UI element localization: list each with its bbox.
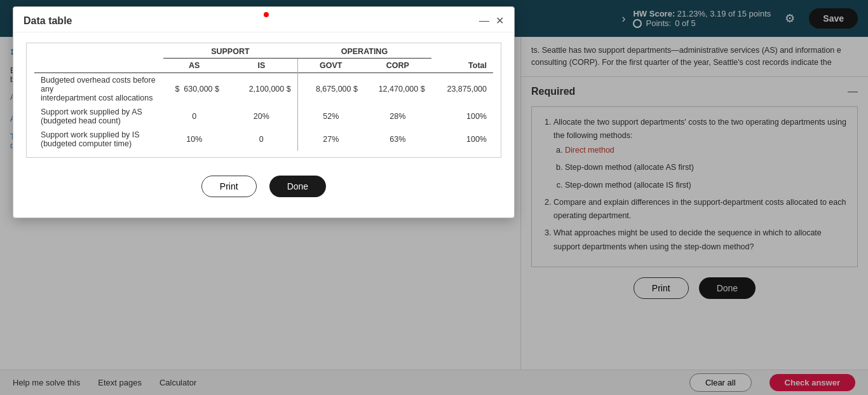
govt-col-header: GOVT — [297, 59, 364, 73]
support-section-header: SUPPORT — [163, 45, 298, 59]
as-govt: 52% — [297, 105, 364, 128]
total-blank — [431, 45, 493, 59]
overhead-govt: 8,675,000 $ — [297, 73, 364, 106]
as-as: 0 — [163, 105, 226, 128]
modal-minimize-button[interactable]: — — [479, 15, 489, 27]
overhead-row-label: Budgeted overhead costs before anyinterd… — [34, 73, 163, 106]
label-col-header — [34, 59, 163, 73]
data-row-overhead: Budgeted overhead costs before anyinterd… — [34, 73, 493, 106]
overhead-corp: 12,470,000 $ — [364, 73, 431, 106]
data-row-is: Support work supplied by IS(budgeted com… — [34, 128, 493, 151]
is-col-header: IS — [226, 59, 297, 73]
operating-section-header: OPERATING — [297, 45, 431, 59]
data-row-as: Support work supplied by AS(budgeted hea… — [34, 105, 493, 128]
data-table-modal: Data table — ✕ SUPPORT OPERATING — [13, 6, 515, 218]
is-as: 10% — [163, 128, 226, 151]
overhead-as: $ 630,000 $ — [163, 73, 226, 106]
overhead-is: 2,100,000 $ — [226, 73, 297, 106]
as-total: 100% — [431, 105, 493, 128]
modal-footer: Print Done — [26, 168, 501, 207]
modal-overlay: Data table — ✕ SUPPORT OPERATING — [0, 0, 868, 395]
modal-body: SUPPORT OPERATING AS IS GOVT CORP Total — [13, 32, 514, 218]
corp-col-header: CORP — [364, 59, 431, 73]
modal-done-button[interactable]: Done — [269, 176, 326, 197]
total-col-header: Total — [431, 59, 493, 73]
modal-close-button[interactable]: ✕ — [496, 15, 504, 27]
col-header-row: AS IS GOVT CORP Total — [34, 59, 493, 73]
blank-header — [34, 45, 163, 59]
data-table-box: SUPPORT OPERATING AS IS GOVT CORP Total — [26, 43, 501, 158]
modal-title: Data table — [24, 15, 72, 27]
is-govt: 27% — [297, 128, 364, 151]
is-is: 0 — [226, 128, 297, 151]
overhead-total: 23,875,000 — [431, 73, 493, 106]
is-total: 100% — [431, 128, 493, 151]
is-row-label: Support work supplied by IS(budgeted com… — [34, 128, 163, 151]
data-table-main: SUPPORT OPERATING AS IS GOVT CORP Total — [34, 45, 493, 151]
modal-controls: — ✕ — [479, 15, 504, 27]
section-header-row: SUPPORT OPERATING — [34, 45, 493, 59]
is-corp: 63% — [364, 128, 431, 151]
as-col-header: AS — [163, 59, 226, 73]
modal-header: Data table — ✕ — [13, 7, 514, 32]
modal-print-button[interactable]: Print — [201, 176, 257, 197]
as-corp: 28% — [364, 105, 431, 128]
red-dot-indicator — [264, 12, 269, 17]
as-row-label: Support work supplied by AS(budgeted hea… — [34, 105, 163, 128]
as-is: 20% — [226, 105, 297, 128]
